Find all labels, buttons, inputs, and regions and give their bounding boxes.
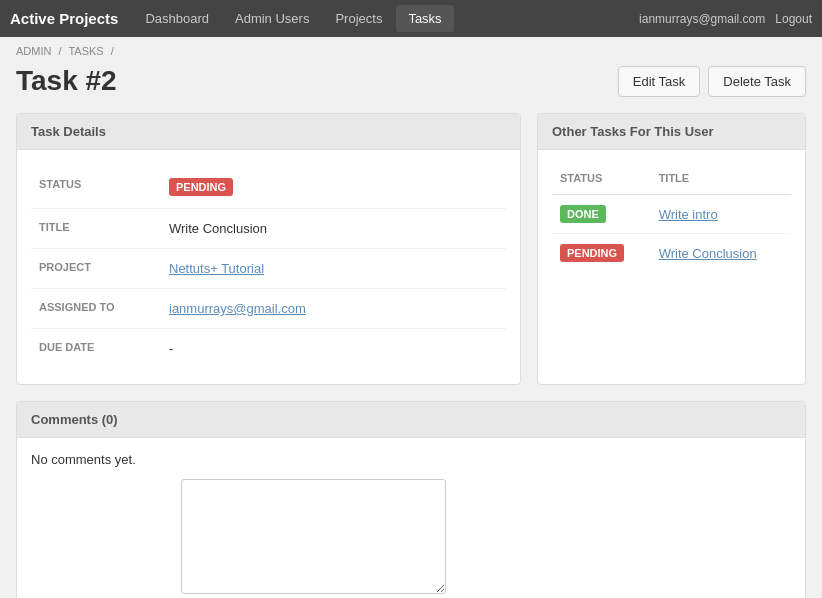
main-content: Task Details STATUS PENDING TITLE Write … (0, 113, 822, 401)
comments-panel: Comments (0) No comments yet. Add Commen… (16, 401, 806, 598)
nav-dashboard[interactable]: Dashboard (133, 5, 221, 32)
page-header: Task #2 Edit Task Delete Task (0, 61, 822, 113)
row-title-conclusion: Write Conclusion (651, 234, 791, 273)
nav-links: Dashboard Admin Users Projects Tasks (133, 5, 639, 32)
project-value: Nettuts+ Tutorial (161, 249, 506, 289)
col-title: TITLE (651, 166, 791, 195)
row-status-done: DONE (552, 195, 651, 234)
nav-tasks[interactable]: Tasks (396, 5, 453, 32)
other-tasks-table: STATUS TITLE DONE Write intro (552, 166, 791, 272)
no-comments-text: No comments yet. (31, 452, 791, 467)
breadcrumb-admin[interactable]: ADMIN (16, 45, 51, 57)
edit-task-button[interactable]: Edit Task (618, 66, 701, 97)
navbar: Active Projects Dashboard Admin Users Pr… (0, 0, 822, 37)
comment-textarea[interactable] (181, 479, 446, 594)
row-status-pending: PENDING (552, 234, 651, 273)
title-label: TITLE (31, 209, 161, 249)
comments-header: Comments (0) (17, 402, 805, 438)
write-intro-link[interactable]: Write intro (659, 207, 718, 222)
task-details-body: STATUS PENDING TITLE Write Conclusion PR… (17, 150, 520, 384)
write-conclusion-link[interactable]: Write Conclusion (659, 246, 757, 261)
comments-section: Comments (0) No comments yet. Add Commen… (0, 401, 822, 598)
project-label: PROJECT (31, 249, 161, 289)
nav-projects[interactable]: Projects (323, 5, 394, 32)
col-status: STATUS (552, 166, 651, 195)
status-value: PENDING (161, 166, 506, 209)
title-value: Write Conclusion (161, 209, 506, 249)
breadcrumb-tasks[interactable]: TASKS (68, 45, 103, 57)
status-badge: PENDING (169, 178, 233, 196)
logout-link[interactable]: Logout (775, 12, 812, 26)
table-row: PENDING Write Conclusion (552, 234, 791, 273)
navbar-right: ianmurrays@gmail.com Logout (639, 12, 812, 26)
header-buttons: Edit Task Delete Task (618, 66, 806, 97)
table-row: DONE Write intro (552, 195, 791, 234)
user-email: ianmurrays@gmail.com (639, 12, 765, 26)
task-details-header: Task Details (17, 114, 520, 150)
duedate-value: - (161, 329, 506, 369)
duedate-label: DUE DATE (31, 329, 161, 369)
navbar-brand[interactable]: Active Projects (10, 10, 118, 27)
assigned-value: ianmurrays@gmail.com (161, 289, 506, 329)
task-details-panel: Task Details STATUS PENDING TITLE Write … (16, 113, 521, 385)
other-tasks-panel: Other Tasks For This User STATUS TITLE D… (537, 113, 806, 385)
assigned-label: ASSIGNED TO (31, 289, 161, 329)
page-title: Task #2 (16, 65, 117, 97)
status-label: STATUS (31, 166, 161, 209)
delete-task-button[interactable]: Delete Task (708, 66, 806, 97)
comments-body: No comments yet. Add Comment (17, 438, 805, 598)
task-duedate-row: DUE DATE - (31, 329, 506, 369)
task-details-table: STATUS PENDING TITLE Write Conclusion PR… (31, 166, 506, 368)
done-badge: DONE (560, 205, 606, 223)
other-tasks-header-row: STATUS TITLE (552, 166, 791, 195)
nav-admin-users[interactable]: Admin Users (223, 5, 321, 32)
other-tasks-body: STATUS TITLE DONE Write intro (538, 150, 805, 288)
breadcrumb: ADMIN / TASKS / (0, 37, 822, 61)
task-title-row: TITLE Write Conclusion (31, 209, 506, 249)
project-link[interactable]: Nettuts+ Tutorial (169, 261, 264, 276)
other-tasks-header: Other Tasks For This User (538, 114, 805, 150)
task-status-row: STATUS PENDING (31, 166, 506, 209)
task-assigned-row: ASSIGNED TO ianmurrays@gmail.com (31, 289, 506, 329)
row-title-intro: Write intro (651, 195, 791, 234)
assigned-link[interactable]: ianmurrays@gmail.com (169, 301, 306, 316)
task-project-row: PROJECT Nettuts+ Tutorial (31, 249, 506, 289)
pending-badge: PENDING (560, 244, 624, 262)
